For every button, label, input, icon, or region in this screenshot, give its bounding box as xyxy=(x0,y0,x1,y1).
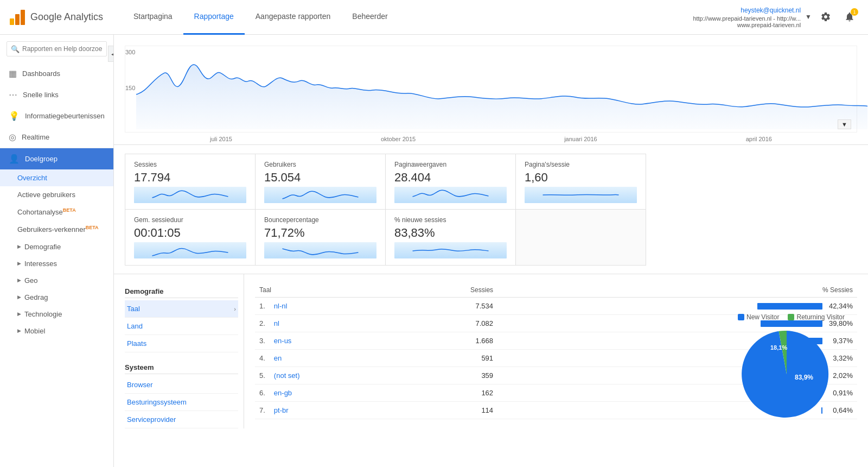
gebruikers-sparkline xyxy=(264,187,376,203)
logo-area: Google Analytics xyxy=(9,9,123,26)
rank-cell: 7. xyxy=(255,402,270,419)
metric-empty xyxy=(515,209,646,266)
sessies-label: Sessies xyxy=(134,161,246,168)
metric-pages-sessie: Pagina's/sessie 1,60 xyxy=(515,154,646,210)
metrics-pie-wrapper: New Visitor Returning Visitor xyxy=(114,145,868,274)
pct-cell: 42,34% xyxy=(497,298,857,315)
logo-icon xyxy=(9,9,26,26)
sessieduur-sparkline xyxy=(134,242,246,258)
pages-sessie-value: 1,60 xyxy=(525,171,637,185)
lang-cell[interactable]: (not set) xyxy=(270,367,389,384)
demo-nav-taal[interactable]: Taal › xyxy=(125,300,238,318)
demo-nav-browser[interactable]: Browser xyxy=(125,376,238,394)
demography-nav: Demografie Taal › Land Plaats Systeem Br… xyxy=(125,274,244,428)
category-demografie[interactable]: ▶ Demografie xyxy=(0,238,113,255)
sessions-cell: 359 xyxy=(389,367,497,384)
metric-nieuwe-sessies: % nieuwe sessies 83,83% xyxy=(385,209,516,266)
mobiel-triangle: ▶ xyxy=(17,328,21,333)
table-row: 1. nl-nl 7.534 42,34% xyxy=(255,298,857,315)
metrics-row1: Sessies 17.794 Gebruikers 15.054 xyxy=(125,154,646,210)
pie-legend: New Visitor Returning Visitor xyxy=(738,313,857,321)
gear-icon xyxy=(820,11,831,22)
sidebar-item-info[interactable]: 💡 Informatiegebeurtenissen xyxy=(0,105,113,127)
sessions-cell: 1.668 xyxy=(389,332,497,350)
nieuwe-sessies-sparkline xyxy=(394,242,507,258)
lang-cell[interactable]: pt-br xyxy=(270,402,389,419)
rank-cell: 3. xyxy=(255,332,270,350)
category-technologie[interactable]: ▶ Technologie xyxy=(0,306,113,323)
verkenner-beta-badge: BETA xyxy=(86,225,99,230)
line-chart: 300 150 ▼ xyxy=(125,46,857,132)
demo-nav-land[interactable]: Land xyxy=(125,318,238,335)
nieuwe-sessies-value: 83,83% xyxy=(394,226,507,240)
account-email: heystek@quicknet.nl xyxy=(693,6,801,15)
category-interesses[interactable]: ▶ Interesses xyxy=(0,255,113,272)
lang-cell[interactable]: en-gb xyxy=(270,384,389,402)
property-dropdown-arrow[interactable]: ▼ xyxy=(805,13,812,21)
demo-section2-title: Systeem xyxy=(125,359,238,374)
demografie-triangle: ▶ xyxy=(17,244,21,249)
svg-rect-0 xyxy=(10,18,14,25)
rank-cell: 2. xyxy=(255,315,270,332)
sessions-cell: 7.534 xyxy=(389,298,497,315)
sidebar-item-doelgroep[interactable]: 👤 Doelgroep xyxy=(0,148,113,169)
notification-badge: 1 xyxy=(851,8,858,16)
sidebar-collapse-button[interactable]: ◀ xyxy=(108,46,114,62)
new-visitor-dot xyxy=(738,314,744,320)
demo-nav-besturingssysteem[interactable]: Besturingssysteem xyxy=(125,394,238,411)
technologie-triangle: ▶ xyxy=(17,311,21,317)
subitem-actieve-gebruikers[interactable]: Actieve gebruikers xyxy=(0,186,113,203)
subitem-gebruikers-verkenner[interactable]: Gebruikers-verkennerBETA xyxy=(0,220,113,238)
metric-sessies: Sessies 17.794 xyxy=(125,154,256,210)
demo-section1-title: Demografie xyxy=(125,283,238,298)
realtime-icon: ◎ xyxy=(9,132,16,142)
bar-fill xyxy=(757,303,822,310)
bounce-sparkline xyxy=(264,242,376,258)
sessions-cell: 7.082 xyxy=(389,315,497,332)
sidebar-item-dashboards[interactable]: ▦ Dashboards xyxy=(0,63,113,84)
sidebar-item-realtime[interactable]: ◎ Realtime xyxy=(0,127,113,148)
category-geo[interactable]: ▶ Geo xyxy=(0,272,113,289)
notifications-button[interactable]: 1 xyxy=(840,7,859,27)
tab-beheerder[interactable]: Beheerder xyxy=(341,0,398,35)
taal-arrow: › xyxy=(234,306,236,312)
col-pct-sessies: % Sessies xyxy=(497,283,857,298)
account-block: heystek@quicknet.nl http://www.prepaid-t… xyxy=(693,6,801,28)
settings-button[interactable] xyxy=(816,7,835,27)
col-sessies: Sessies xyxy=(389,283,497,298)
dashboards-icon: ▦ xyxy=(9,68,17,79)
chart-dropdown[interactable]: ▼ xyxy=(838,119,851,129)
metrics-area: Sessies 17.794 Gebruikers 15.054 xyxy=(114,145,868,274)
demo-nav-plaats[interactable]: Plaats xyxy=(125,335,238,352)
sessieduur-label: Gem. sessieduur xyxy=(134,216,246,224)
pie-chart-area: New Visitor Returning Visitor xyxy=(738,313,857,425)
lang-cell[interactable]: en xyxy=(270,350,389,367)
subitem-overzicht[interactable]: Overzicht xyxy=(0,169,113,186)
nav-tabs: Startpagina Rapportage Aangepaste rappor… xyxy=(123,0,693,35)
chart-x-labels: juli 2015 oktober 2015 januari 2016 apri… xyxy=(125,134,857,144)
demo-nav-serviceprovider[interactable]: Serviceprovider xyxy=(125,411,238,428)
rank-cell: 1. xyxy=(255,298,270,315)
col-taal: Taal xyxy=(255,283,389,298)
pages-sessie-label: Pagina's/sessie xyxy=(525,161,637,168)
tab-rapportage[interactable]: Rapportage xyxy=(183,0,245,35)
search-input[interactable] xyxy=(7,41,107,56)
sessions-cell: 114 xyxy=(389,402,497,419)
nieuwe-sessies-label: % nieuwe sessies xyxy=(394,216,507,224)
sidebar-item-snelle-links[interactable]: ⋯ Snelle links xyxy=(0,84,113,105)
rank-cell: 4. xyxy=(255,350,270,367)
tab-startpagina[interactable]: Startpagina xyxy=(123,0,183,35)
tab-aangepaste[interactable]: Aangepaste rapporten xyxy=(245,0,342,35)
lang-cell[interactable]: en-us xyxy=(270,332,389,350)
metric-gebruikers: Gebruikers 15.054 xyxy=(255,154,386,210)
category-gedrag[interactable]: ▶ Gedrag xyxy=(0,289,113,306)
returning-visitor-legend: Returning Visitor xyxy=(788,313,845,321)
doelgroep-submenu: Overzicht Actieve gebruikers Cohortanaly… xyxy=(0,169,113,339)
search-box: 🔍 xyxy=(0,35,113,63)
search-icon: 🔍 xyxy=(11,45,20,53)
category-mobiel[interactable]: ▶ Mobiel xyxy=(0,323,113,339)
chart-svg xyxy=(136,46,867,132)
lang-cell[interactable]: nl xyxy=(270,315,389,332)
subitem-cohortanalyse[interactable]: CohortanalyseBETA xyxy=(0,203,113,220)
lang-cell[interactable]: nl-nl xyxy=(270,298,389,315)
